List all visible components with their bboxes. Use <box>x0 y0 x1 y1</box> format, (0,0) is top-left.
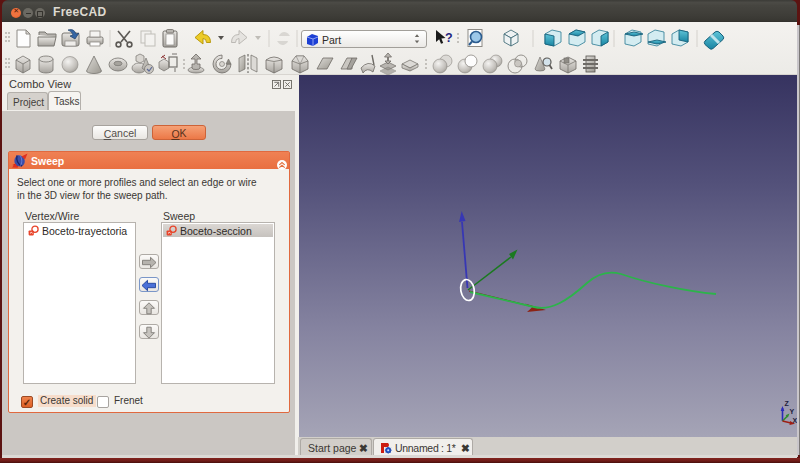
svg-text:Y: Y <box>790 408 795 415</box>
svg-text:?: ? <box>445 31 453 45</box>
svg-text:Z: Z <box>785 400 790 407</box>
